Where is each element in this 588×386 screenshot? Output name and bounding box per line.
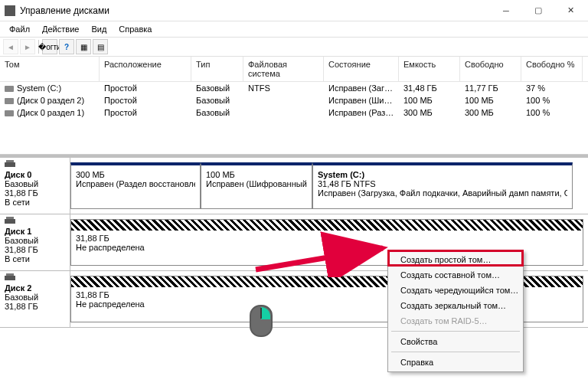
menu-action[interactable]: Действие [36,23,85,35]
disk-info[interactable]: Диск 0Базовый31,88 ГБВ сети [0,158,70,214]
menu-view[interactable]: Вид [85,23,113,35]
context-menu: Создать простой том… Создать составной т… [387,250,524,372]
minimize-button[interactable]: ─ [490,0,522,21]
menu-help[interactable]: Справка [113,23,158,35]
partition[interactable]: System (C:)31,48 ГБ NTFSИсправен (Загруз… [312,162,573,209]
ctx-raid5-volume: Создать том RAID-5… [390,313,521,329]
ctx-spanned-volume[interactable]: Создать составной том… [390,267,521,283]
refresh-button[interactable]: �огти [42,39,57,54]
volume-list: Том Расположение Тип Файловая система Со… [0,57,588,155]
col-free[interactable]: Свободно [460,57,521,81]
help-button[interactable]: ? [59,39,74,54]
disk-info[interactable]: Диск 2Базовый31,88 ГБ [0,271,70,327]
ctx-simple-volume[interactable]: Создать простой том… [390,252,521,267]
ctx-mirrored-volume[interactable]: Создать зеркальный том… [390,298,521,313]
col-freep[interactable]: Свободно % [521,57,583,81]
col-fs[interactable]: Файловая система [243,57,324,81]
partition[interactable]: 100 МБИсправен (Шифрованный ( [201,162,312,209]
toolbar: ◄ ► �огти ? ▦ ▤ [0,37,588,57]
close-button[interactable]: ✕ [554,0,586,21]
volume-row[interactable]: System (C:)ПростойБазовыйNTFSИсправен (З… [0,82,588,94]
menu-file[interactable]: Файл [3,23,36,35]
col-status[interactable]: Состояние [324,57,399,81]
col-vol[interactable]: Том [0,57,100,81]
ctx-sep [391,331,520,332]
ctx-help[interactable]: Справка [390,355,521,370]
ctx-sep [391,352,520,352]
titlebar: Управление дисками ─ ▢ ✕ [0,0,588,21]
partition[interactable]: 300 МБИсправен (Раздел восстановления [70,162,201,209]
mouse-icon [250,305,273,337]
volume-header: Том Расположение Тип Файловая система Со… [0,57,588,82]
volume-row[interactable]: (Диск 0 раздел 2)ПростойБазовыйИсправен … [0,94,588,106]
maximize-button[interactable]: ▢ [522,0,554,21]
ctx-properties[interactable]: Свойства [390,334,521,349]
back-button: ◄ [3,39,18,54]
col-layout[interactable]: Расположение [100,57,191,81]
disk-info[interactable]: Диск 1Базовый31,88 ГБВ сети [0,214,70,270]
view-top-button[interactable]: ▦ [76,39,91,54]
window-title: Управление дисками [20,5,490,16]
col-cap[interactable]: Емкость [399,57,460,81]
disk-row: Диск 0Базовый31,88 ГБВ сети300 МБИсправе… [0,158,588,214]
menubar: Файл Действие Вид Справка [0,21,588,37]
app-icon [5,5,15,16]
ctx-striped-volume[interactable]: Создать чередующийся том… [390,283,521,298]
col-type[interactable]: Тип [191,57,243,81]
volume-row[interactable]: (Диск 0 раздел 1)ПростойБазовыйИсправен … [0,106,588,119]
fwd-button: ► [20,39,35,54]
view-bottom-button[interactable]: ▤ [93,39,108,54]
